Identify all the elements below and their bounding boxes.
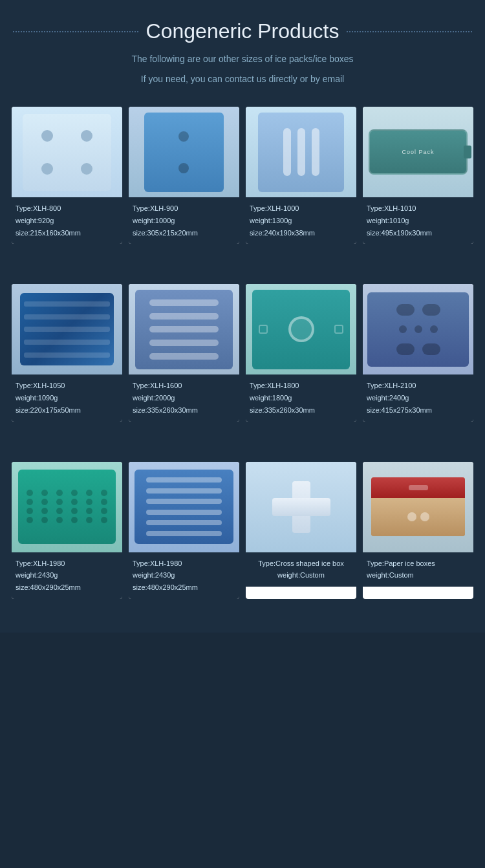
product-image-10 — [246, 462, 356, 552]
product-weight-4: weight:1090g — [16, 392, 118, 404]
oval-2 — [422, 304, 440, 316]
paper-body — [371, 498, 465, 536]
product-weight-7: weight:2400g — [367, 392, 469, 404]
product-weight-11: weight:Custom — [367, 569, 469, 581]
product-info-9: Type:XLH-1980 weight:2430g size:480x290x… — [129, 552, 239, 599]
left-divider — [13, 31, 138, 32]
product-image-8 — [12, 462, 122, 552]
product-image-1 — [129, 107, 239, 197]
rib-2 — [24, 314, 110, 320]
product-info-7: Type:XLH-2100 weight:2400g size:415x275x… — [363, 374, 473, 421]
product-size-4: size:220x175x50mm — [16, 404, 118, 417]
product-weight-8: weight:2430g — [16, 569, 118, 581]
hole-1 — [178, 131, 189, 142]
center-circle — [288, 316, 314, 342]
product-image-9 — [129, 462, 239, 552]
product-card-3: Cool Pack Type:XLH-1010 weight:1010g siz… — [363, 107, 473, 244]
ice-shape-1980a — [18, 470, 115, 544]
ice-shape-1050 — [20, 293, 114, 365]
hslot-1 — [146, 477, 222, 483]
product-type-3: Type:XLH-1010 — [367, 202, 469, 215]
hole-1 — [41, 130, 53, 142]
hslot-6 — [146, 531, 222, 536]
product-type-5: Type:XLH-1600 — [133, 380, 235, 392]
section-1: Type:XLH-800 weight:920g size:215x160x30… — [0, 94, 485, 258]
product-size-7: size:415x275x30mm — [367, 404, 469, 417]
header: Congeneric Products The following are ou… — [0, 0, 485, 94]
ice-shape-2100 — [367, 292, 469, 367]
product-type-6: Type:XLH-1800 — [250, 380, 352, 392]
subtitle1: The following are our other sizes of ice… — [13, 51, 472, 67]
mid-row — [399, 325, 438, 333]
hole-3 — [41, 163, 53, 175]
cross-shape — [285, 481, 318, 533]
product-type-2: Type:XLH-1000 — [250, 202, 352, 215]
circle-1 — [407, 512, 416, 521]
product-image-0 — [12, 107, 122, 197]
product-info-1: Type:XLH-900 weight:1000g size:305x215x2… — [129, 197, 239, 244]
product-info-5: Type:XLH-1600 weight:2000g size:335x260x… — [129, 374, 239, 421]
hslot-3 — [149, 326, 219, 332]
product-size-1: size:305x215x20mm — [133, 227, 235, 239]
hslot-5 — [146, 520, 222, 525]
product-grid-1: Type:XLH-800 weight:920g size:215x160x30… — [12, 107, 473, 244]
hslot-1 — [149, 299, 219, 306]
hole-2 — [178, 163, 189, 173]
circle-2 — [420, 512, 429, 521]
rib-5 — [24, 353, 110, 358]
product-card-0: Type:XLH-800 weight:920g size:215x160x30… — [12, 107, 122, 244]
product-type-9: Type:XLH-1980 — [133, 558, 235, 570]
hslot-4 — [149, 340, 219, 346]
product-card-7: Type:XLH-2100 weight:2400g size:415x275x… — [363, 284, 473, 421]
product-grid-3: Type:XLH-1980 weight:2430g size:480x290x… — [12, 462, 473, 599]
paper-lid — [371, 477, 465, 498]
product-size-8: size:480x290x25mm — [16, 581, 118, 594]
product-type-7: Type:XLH-2100 — [367, 380, 469, 392]
oval-4 — [422, 343, 440, 355]
bottom-padding — [0, 613, 485, 633]
dot-1 — [399, 325, 407, 333]
product-info-0: Type:XLH-800 weight:920g size:215x160x30… — [12, 197, 122, 244]
product-size-3: size:495x190x30mm — [367, 227, 469, 239]
ice-shape-paper — [371, 477, 465, 536]
cool-pack-label: Cool Pack — [402, 149, 434, 155]
product-info-4: Type:XLH-1050 weight:1090g size:220x175x… — [12, 374, 122, 421]
hslot-2 — [149, 313, 219, 320]
product-size-6: size:335x260x30mm — [250, 404, 352, 417]
ice-shape-cross — [246, 462, 356, 552]
title-row: Congeneric Products — [13, 19, 472, 43]
product-info-8: Type:XLH-1980 weight:2430g size:480x290x… — [12, 552, 122, 599]
cross-horizontal — [272, 498, 330, 516]
product-card-10: Type:Cross shaped ice box weight:Custom — [246, 462, 356, 599]
product-size-9: size:480x290x25mm — [133, 581, 235, 594]
hslot-4 — [146, 510, 222, 515]
product-card-6: Type:XLH-1800 weight:1800g size:335x260x… — [246, 284, 356, 421]
product-type-10: Type:Cross shaped ice box — [250, 558, 352, 570]
product-weight-9: weight:2430g — [133, 569, 235, 581]
right-hole — [334, 325, 343, 334]
product-image-3: Cool Pack — [363, 107, 473, 197]
product-card-2: Type:XLH-1000 weight:1300g size:240x190x… — [246, 107, 356, 244]
ice-shape-1800 — [252, 290, 349, 369]
product-info-2: Type:XLH-1000 weight:1300g size:240x190x… — [246, 197, 356, 244]
section-2: Type:XLH-1050 weight:1090g size:220x175x… — [0, 271, 485, 435]
page: Congeneric Products The following are ou… — [0, 0, 485, 633]
product-image-6 — [246, 284, 356, 374]
product-weight-0: weight:920g — [16, 215, 118, 227]
product-image-5 — [129, 284, 239, 374]
dot-3 — [430, 325, 438, 333]
rib-1 — [24, 301, 110, 307]
ice-shape-900 — [144, 113, 224, 192]
ice-shape-1000 — [258, 113, 344, 192]
product-card-1: Type:XLH-900 weight:1000g size:305x215x2… — [129, 107, 239, 244]
right-divider — [347, 31, 472, 32]
hslot-5 — [149, 353, 219, 360]
product-type-8: Type:XLH-1980 — [16, 558, 118, 570]
product-weight-1: weight:1000g — [133, 215, 235, 227]
ice-shape-1980b — [135, 470, 234, 544]
top-row — [396, 304, 440, 316]
rib-3 — [24, 327, 110, 332]
slot-2 — [297, 128, 305, 176]
subtitle2: If you need, you can contact us directly… — [13, 71, 472, 87]
section-3: Type:XLH-1980 weight:2430g size:480x290x… — [0, 449, 485, 613]
